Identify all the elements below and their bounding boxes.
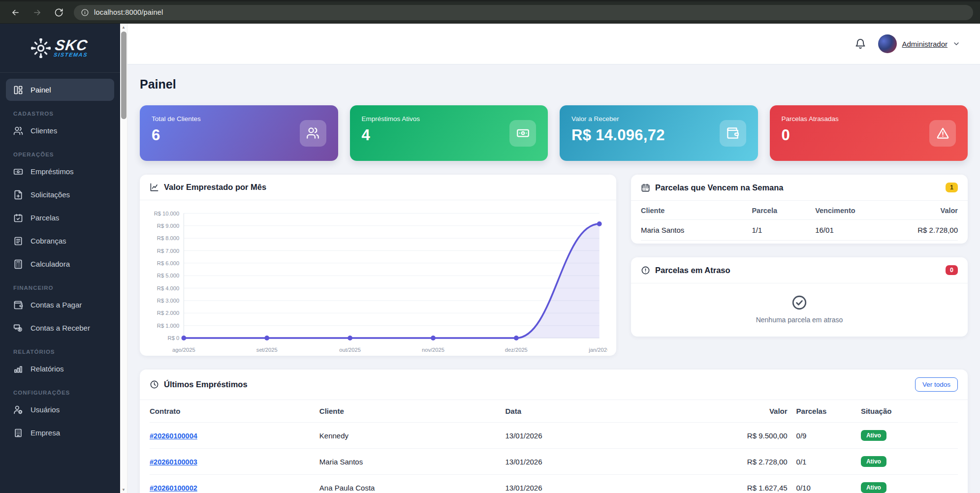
sidebar-item-empresa[interactable]: Empresa: [6, 422, 114, 444]
sidebar-item-contas-a-receber[interactable]: Contas a Receber: [6, 317, 114, 339]
svg-text:jan/2026: jan/2026: [588, 347, 607, 353]
app-logo[interactable]: SKC SISTEMAS: [0, 24, 120, 73]
svg-text:nov/2025: nov/2025: [422, 347, 444, 353]
svg-text:R$ 0: R$ 0: [168, 335, 180, 341]
overdue-card: Parcelas em Atraso 0 Nenhuma parcela em …: [631, 257, 968, 337]
sidebar-item-cobrancas[interactable]: Cobranças: [6, 230, 114, 252]
svg-text:out/2025: out/2025: [339, 347, 361, 353]
latest-loans-table: Contrato Cliente Data Valor Parcelas Sit…: [150, 400, 958, 493]
svg-text:R$ 1.000: R$ 1.000: [157, 323, 179, 329]
svg-text:set/2025: set/2025: [256, 347, 278, 353]
svg-text:R$ 3.000: R$ 3.000: [157, 298, 179, 304]
url-text: localhost:8000/painel: [94, 8, 163, 16]
sidebar-item-usuarios[interactable]: Usuários: [6, 399, 114, 421]
sidebar-item-calculadora[interactable]: Calculadora: [6, 253, 114, 275]
refresh-button[interactable]: [50, 4, 67, 21]
line-chart-icon: [150, 183, 159, 192]
alert-circle-icon: [641, 266, 650, 275]
user-menu[interactable]: Administrador: [878, 34, 960, 53]
latest-loans-card: Últimos Empréstimos Ver todos Contrato C…: [140, 370, 968, 493]
wallet-icon: [726, 126, 739, 140]
notification-bell-icon[interactable]: [854, 38, 866, 50]
address-bar[interactable]: localhost:8000/painel: [74, 5, 973, 20]
calendar-check-icon: [13, 213, 23, 223]
contract-link[interactable]: #20260100004: [150, 432, 197, 440]
browser-chrome: localhost:8000/painel: [0, 0, 980, 24]
status-badge: Ativo: [861, 430, 886, 441]
svg-text:R$ 7.000: R$ 7.000: [157, 248, 179, 254]
chart-title: Valor Emprestado por Mês: [164, 183, 266, 192]
table-row: #20260100004 Kennedy 13/01/2026 R$ 9.500…: [150, 423, 958, 449]
browser-window: localhost:8000/painel SKC SISTEMAS Paine…: [0, 0, 980, 493]
building-icon: [13, 428, 23, 438]
nav-group-financeiro: Financeiro: [13, 285, 120, 291]
scrollbar-down-arrow[interactable]: ▼: [120, 486, 127, 493]
site-info-icon[interactable]: [81, 8, 89, 17]
users-icon: [13, 126, 23, 136]
sidebar-item-solicitacoes[interactable]: Solicitações: [6, 184, 114, 206]
contract-link[interactable]: #20260100002: [150, 484, 197, 492]
week-card-title: Parcelas que Vencem na Semana: [655, 183, 783, 192]
calendar-days-icon: [641, 183, 650, 192]
gear-circuit-logo-icon: [31, 38, 51, 58]
sidebar-item-emprestimos[interactable]: Empréstimos: [6, 160, 114, 183]
forward-button[interactable]: [29, 4, 45, 21]
brand-name: SKC: [55, 39, 89, 52]
stat-card-emprestimos-ativos: Empréstimos Ativos 4: [350, 105, 548, 161]
sidebar-item-clientes[interactable]: Clientes: [6, 120, 114, 142]
dashboard-icon: [13, 85, 23, 95]
overdue-count-badge: 0: [946, 265, 958, 275]
svg-text:R$ 10.000: R$ 10.000: [154, 210, 180, 216]
banknote-icon: [516, 126, 530, 140]
ver-todos-button[interactable]: Ver todos: [915, 377, 958, 392]
stat-card-parcelas-atrasadas: Parcelas Atrasadas 0: [770, 105, 968, 161]
loan-chart-card: Valor Emprestado por Mês R$ 0R$ 1.000R$ …: [140, 175, 616, 356]
sidebar-scrollbar: ▲ ▼: [120, 24, 127, 493]
table-row: #20260100003 Maria Santos 13/01/2026 R$ …: [150, 449, 958, 475]
alert-triangle-icon: [936, 126, 949, 140]
overdue-card-title: Parcelas em Atraso: [655, 266, 730, 275]
page-title: Painel: [140, 77, 968, 92]
scrollbar-thumb[interactable]: [121, 31, 126, 119]
receipt-icon: [13, 236, 23, 246]
svg-text:dez/2025: dez/2025: [505, 347, 528, 353]
wallet-icon: [13, 300, 23, 310]
contract-link[interactable]: #20260100003: [150, 458, 197, 466]
chevron-down-icon: [952, 40, 960, 48]
table-row: #20260100002 Ana Paula Costa 13/01/2026 …: [150, 475, 958, 493]
week-due-table: Cliente Parcela Vencimento Valor Maria S…: [641, 201, 958, 241]
svg-text:R$ 4.000: R$ 4.000: [157, 285, 179, 291]
dashboard-content: Painel Total de Clientes 6 Empréstimos A…: [127, 64, 980, 493]
sidebar-nav: Painel Cadastros Clientes Operações Empr…: [0, 73, 120, 444]
sidebar-item-painel[interactable]: Painel: [6, 79, 114, 101]
week-due-card: Parcelas que Vencem na Semana 1 Cliente …: [631, 175, 968, 244]
back-button[interactable]: [7, 4, 24, 21]
users-icon: [306, 126, 319, 140]
nav-group-configuracoes: Configurações: [13, 390, 120, 396]
scrollbar-up-arrow[interactable]: ▲: [120, 24, 127, 31]
stat-card-valor-a-receber: Valor a Receber R$ 14.096,72: [560, 105, 758, 161]
svg-text:R$ 5.000: R$ 5.000: [157, 273, 179, 278]
svg-text:ago/2025: ago/2025: [172, 347, 195, 353]
nav-group-relatorios: Relatórios: [13, 349, 120, 355]
avatar[interactable]: [878, 34, 897, 53]
svg-text:R$ 6.000: R$ 6.000: [157, 260, 179, 266]
nav-group-operacoes: Operações: [13, 152, 120, 157]
brand-subtitle: SISTEMAS: [54, 51, 89, 57]
sidebar: SKC SISTEMAS Painel Cadastros Clientes O…: [0, 24, 120, 493]
overdue-empty-message: Nenhuma parcela em atraso: [756, 316, 843, 324]
topbar: Administrador: [127, 24, 980, 64]
svg-text:R$ 9.000: R$ 9.000: [157, 223, 179, 229]
sidebar-item-contas-a-pagar[interactable]: Contas a Pagar: [6, 294, 114, 316]
hand-coins-icon: [13, 323, 23, 333]
file-plus-icon: [13, 190, 23, 200]
sidebar-item-parcelas[interactable]: Parcelas: [6, 207, 114, 229]
chart-svg: R$ 0R$ 1.000R$ 2.000R$ 3.000R$ 4.000R$ 5…: [144, 206, 607, 356]
svg-text:R$ 8.000: R$ 8.000: [157, 235, 179, 241]
loans-card-title: Últimos Empréstimos: [164, 380, 248, 389]
sidebar-item-relatorios[interactable]: Relatórios: [6, 358, 114, 380]
user-cog-icon: [13, 405, 23, 415]
back-arrow-icon: [11, 8, 20, 17]
user-name-link[interactable]: Administrador: [902, 40, 948, 48]
banknote-icon: [13, 167, 23, 177]
